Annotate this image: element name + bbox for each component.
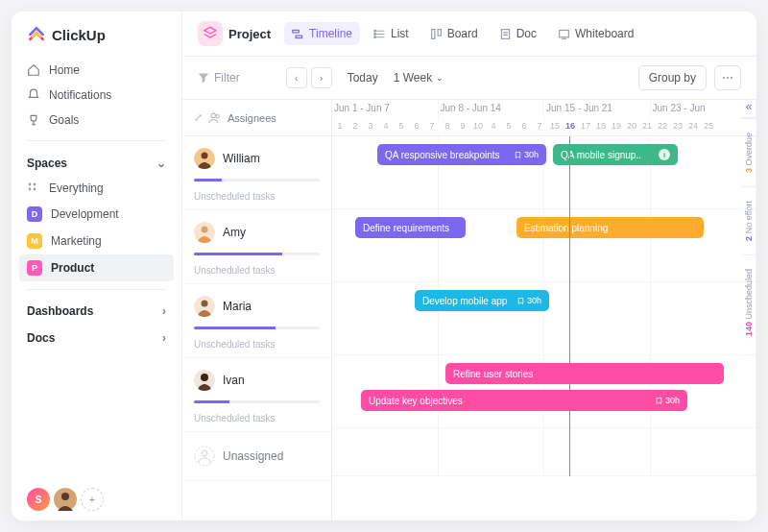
hours-badge: 30h: [516, 296, 541, 305]
avatar: [194, 370, 215, 391]
svg-point-2: [29, 188, 32, 191]
spaces-header[interactable]: Spaces ⌄: [12, 149, 181, 176]
unscheduled-label[interactable]: Unscheduled tasks: [194, 191, 320, 202]
svg-point-25: [202, 227, 208, 233]
assignee-row-maria[interactable]: Maria Unscheduled tasks: [182, 284, 331, 358]
space-label: Marketing: [51, 234, 102, 248]
prev-button[interactable]: ‹: [286, 67, 307, 88]
grid-icon: [27, 181, 40, 195]
today-marker: [569, 136, 570, 476]
svg-point-12: [374, 36, 376, 37]
unassigned-icon: [194, 446, 215, 467]
svg-point-11: [374, 33, 376, 35]
space-badge: M: [27, 233, 42, 249]
clickup-logo-icon: [27, 25, 46, 44]
svg-point-20: [211, 113, 215, 117]
doc-icon: [499, 28, 512, 40]
list-icon: [373, 28, 386, 40]
side-tab-overdue[interactable]: 3 Overdue: [742, 118, 756, 186]
svg-point-1: [34, 183, 36, 186]
task-estimation[interactable]: Estimation planning: [516, 217, 704, 238]
hours-badge: 30h: [514, 150, 539, 159]
collapse-button[interactable]: «: [741, 96, 756, 118]
progress-bar: [194, 179, 320, 181]
svg-point-29: [201, 374, 208, 381]
chevron-right-icon: ›: [162, 304, 166, 318]
task-refine-stories[interactable]: Refine user stories: [445, 363, 724, 384]
svg-rect-5: [293, 30, 300, 32]
project-icon: [198, 21, 223, 46]
svg-point-3: [34, 188, 36, 191]
date-range: Jun 8 - Jun 14: [439, 100, 545, 121]
task-define-req[interactable]: Define requirements: [355, 217, 466, 238]
chevron-down-icon: ⌄: [156, 157, 166, 170]
view-tab-board[interactable]: Board: [422, 22, 486, 45]
bell-icon: [27, 88, 40, 102]
progress-bar: [194, 400, 320, 403]
nav-home-label: Home: [49, 63, 80, 77]
board-icon: [430, 28, 443, 40]
svg-rect-15: [501, 29, 509, 38]
sidebar-item-development[interactable]: D Development: [12, 201, 181, 228]
svg-rect-6: [296, 36, 302, 37]
svg-point-23: [202, 153, 208, 159]
sidebar-item-product[interactable]: P Product: [19, 254, 174, 281]
add-user-button[interactable]: +: [81, 488, 104, 511]
view-tab-timeline[interactable]: Timeline: [284, 22, 360, 45]
task-qa-breakpoints[interactable]: QA responsive breakpoints 30h: [377, 144, 546, 165]
range-selector[interactable]: 1 Week ⌄: [394, 71, 444, 85]
unscheduled-label[interactable]: Unscheduled tasks: [194, 413, 320, 423]
view-tab-doc[interactable]: Doc: [492, 22, 544, 45]
user-avatar-s[interactable]: S: [27, 488, 50, 511]
sidebar-item-marketing[interactable]: M Marketing: [12, 228, 181, 254]
side-tab-noeffort[interactable]: 2 No effort: [742, 186, 756, 254]
assignee-row-amy[interactable]: Amy Unscheduled tasks: [182, 210, 331, 284]
nav-home[interactable]: Home: [12, 58, 181, 83]
date-range: Jun 15 - Jun 21: [544, 100, 651, 121]
progress-bar: [194, 326, 320, 329]
sidebar-dashboards[interactable]: Dashboards ›: [12, 298, 181, 325]
everything-label: Everything: [49, 181, 104, 195]
progress-bar: [194, 253, 320, 255]
unscheduled-label[interactable]: Unscheduled tasks: [194, 265, 320, 276]
view-tab-whiteboard[interactable]: Whiteboard: [550, 22, 641, 45]
assignee-row-william[interactable]: William Unscheduled tasks: [182, 136, 331, 210]
space-label: Product: [51, 261, 94, 275]
next-button[interactable]: ›: [311, 67, 332, 88]
avatar: [194, 296, 215, 317]
nav-goals-label: Goals: [49, 113, 79, 127]
task-update-obj[interactable]: Update key objectives 30h: [361, 390, 687, 411]
expand-icon[interactable]: ⤢: [194, 111, 203, 124]
view-tab-list[interactable]: List: [366, 22, 417, 45]
avatar: [194, 222, 215, 243]
nav-notifications[interactable]: Notifications: [12, 83, 181, 108]
svg-point-4: [61, 493, 69, 500]
svg-rect-13: [431, 29, 434, 38]
nav-goals[interactable]: Goals: [12, 108, 181, 133]
svg-point-31: [202, 450, 207, 456]
hours-badge: 30h: [655, 396, 680, 405]
logo[interactable]: ClickUp: [12, 25, 181, 58]
svg-point-27: [202, 301, 208, 307]
space-badge: D: [27, 206, 42, 222]
assignee-row-ivan[interactable]: Ivan Unscheduled tasks: [182, 358, 331, 432]
assignees-header: ⤢ Assignees: [182, 100, 331, 136]
assignee-row-unassigned[interactable]: Unassigned: [182, 432, 331, 481]
space-label: Development: [51, 207, 119, 221]
group-by-button[interactable]: Group by: [638, 65, 707, 90]
trophy-icon: [27, 113, 40, 127]
user-avatar-2[interactable]: [54, 488, 77, 511]
more-button[interactable]: ⋯: [714, 65, 741, 90]
filter-icon: [198, 72, 209, 84]
task-qa-mobile[interactable]: QA mobile signup.. i: [553, 144, 678, 165]
sidebar-docs[interactable]: Docs ›: [12, 325, 181, 351]
task-develop-mobile[interactable]: Develop mobile app 30h: [415, 290, 549, 311]
sidebar-item-everything[interactable]: Everything: [12, 176, 181, 201]
filter-button[interactable]: Filter: [198, 71, 240, 85]
home-icon: [27, 63, 40, 77]
unscheduled-label[interactable]: Unscheduled tasks: [194, 339, 320, 350]
nav-notifications-label: Notifications: [49, 88, 111, 102]
today-button[interactable]: Today: [340, 67, 386, 88]
side-tab-unscheduled[interactable]: 140 Unscheduled: [742, 254, 756, 350]
svg-point-10: [374, 30, 376, 32]
